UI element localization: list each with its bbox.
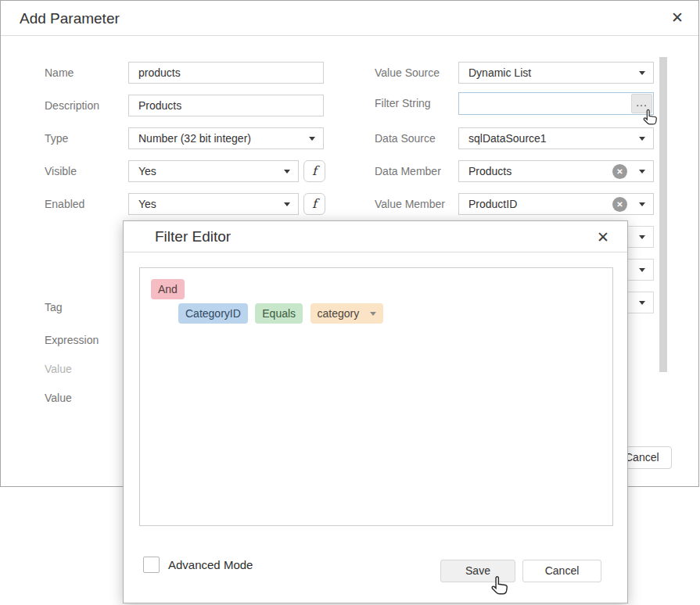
filter-string-ellipsis-button[interactable]: ... (631, 94, 652, 113)
value-source-label: Value Source (375, 62, 440, 84)
filter-criteria-area: And CategoryID Equals category (139, 267, 613, 526)
value-member-label: Value Member (375, 193, 445, 215)
cancel-button[interactable]: Cancel (522, 560, 601, 582)
data-source-select-value: sqlDataSource1 (468, 128, 633, 149)
filter-value-chip[interactable]: category (311, 303, 384, 324)
filter-group-operator-chip[interactable]: And (151, 279, 185, 299)
data-member-select[interactable]: Products ✕ (458, 160, 654, 182)
clear-icon[interactable]: ✕ (612, 164, 627, 179)
modal-title: Filter Editor (155, 221, 231, 252)
value-member-select-value: ProductID (468, 194, 633, 214)
type-select[interactable]: Number (32 bit integer) (128, 127, 324, 149)
chevron-down-icon (370, 312, 376, 316)
enabled-select[interactable]: Yes (128, 193, 299, 215)
data-source-select[interactable]: sqlDataSource1 (458, 127, 654, 149)
chevron-down-icon (284, 202, 290, 206)
advanced-mode-label: Advanced Mode (168, 557, 253, 573)
type-label: Type (45, 127, 68, 149)
name-field[interactable] (128, 62, 324, 84)
value-source-select-value: Dynamic List (468, 63, 633, 83)
data-member-select-value: Products (468, 161, 633, 181)
value-source-select[interactable]: Dynamic List (458, 62, 654, 84)
chevron-down-icon (309, 137, 315, 141)
filter-string-label: Filter String (375, 92, 431, 114)
value-label: Value (45, 387, 72, 409)
modal-header: Filter Editor ✕ (124, 221, 627, 252)
chevron-down-icon (639, 235, 645, 239)
data-source-label: Data Source (375, 127, 436, 149)
close-icon[interactable]: ✕ (591, 226, 615, 249)
filter-operator-chip[interactable]: Equals (255, 303, 303, 324)
chevron-down-icon (639, 301, 645, 305)
dialog-header: Add Parameter ✕ (1, 1, 698, 36)
filter-string-input[interactable] (459, 93, 653, 114)
chevron-down-icon (639, 202, 645, 206)
enabled-select-value: Yes (138, 194, 278, 214)
data-member-label: Data Member (375, 160, 441, 182)
description-field[interactable] (128, 95, 324, 116)
visible-select-value: Yes (138, 161, 278, 181)
chevron-down-icon (639, 137, 645, 141)
filter-field-chip[interactable]: CategoryID (178, 303, 248, 324)
visible-expression-button[interactable]: f (303, 160, 325, 182)
visible-select[interactable]: Yes (128, 160, 299, 182)
save-button[interactable]: Save (440, 560, 515, 582)
value-label-muted: Value (45, 358, 72, 380)
description-label: Description (45, 95, 99, 116)
advanced-mode-checkbox[interactable] (143, 557, 160, 573)
chevron-down-icon (639, 71, 645, 75)
close-icon[interactable]: ✕ (666, 6, 689, 30)
enabled-label: Enabled (45, 193, 84, 215)
scrollbar-thumb[interactable] (659, 57, 667, 372)
value-member-select[interactable]: ProductID ✕ (458, 193, 654, 215)
type-select-value: Number (32 bit integer) (138, 128, 303, 149)
expression-label: Expression (45, 329, 99, 351)
tag-label: Tag (45, 296, 63, 318)
name-label: Name (45, 62, 74, 84)
clear-icon[interactable]: ✕ (612, 197, 627, 212)
chevron-down-icon (639, 170, 645, 174)
name-input[interactable] (129, 63, 323, 83)
visible-label: Visible (45, 160, 77, 182)
description-input[interactable] (129, 95, 323, 116)
filter-condition-row: CategoryID Equals category (178, 303, 387, 324)
filter-value-text: category (318, 307, 360, 320)
enabled-expression-button[interactable]: f (303, 193, 325, 215)
filter-string-field[interactable]: ... (458, 92, 654, 115)
chevron-down-icon (639, 268, 645, 272)
filter-editor-modal: Filter Editor ✕ And CategoryID Equals ca… (123, 220, 628, 603)
page: Add Parameter ✕ Name Description Type Nu… (0, 0, 700, 605)
chevron-down-icon (284, 170, 290, 174)
dialog-title: Add Parameter (20, 1, 120, 36)
